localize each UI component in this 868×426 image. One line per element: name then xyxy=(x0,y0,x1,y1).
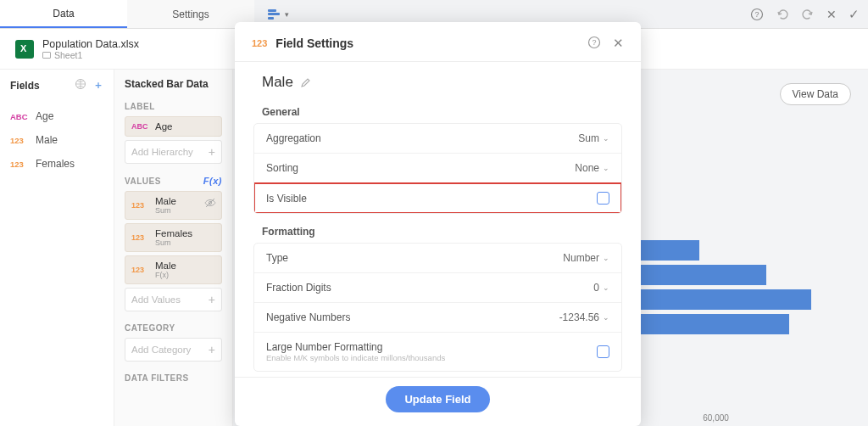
formatting-group-title: Formatting xyxy=(262,226,614,238)
chevron-down-icon: ⌄ xyxy=(603,134,609,143)
config-title: Stacked Bar Data xyxy=(125,78,222,90)
fx-button[interactable]: F(x) xyxy=(203,176,222,186)
field-item-females[interactable]: 123 Females xyxy=(10,152,103,176)
add-values-button[interactable]: Add Values+ xyxy=(125,288,222,311)
prop-label: Is Visible xyxy=(266,193,307,205)
chevron-down-icon: ⌄ xyxy=(603,283,609,292)
svg-text:?: ? xyxy=(754,10,759,19)
text-type-icon: ABC xyxy=(131,122,150,131)
plus-icon: + xyxy=(209,293,215,306)
add-field-icon[interactable]: ＋ xyxy=(93,78,103,92)
number-type-icon: 123 xyxy=(131,201,150,210)
chevron-down-icon: ▾ xyxy=(285,10,289,19)
is-visible-checkbox[interactable] xyxy=(597,192,609,205)
help-icon[interactable]: ? xyxy=(587,36,601,51)
field-item-male[interactable]: 123 Male xyxy=(10,128,103,152)
chevron-down-icon: ⌄ xyxy=(603,313,609,322)
chip-sub: Sum xyxy=(155,238,192,247)
values-section-header: VALUES F(x) xyxy=(125,176,222,186)
chip-sub: F(x) xyxy=(155,271,176,279)
prop-sublabel: Enable M/K symbols to indicate millons/t… xyxy=(266,353,445,362)
chip-label: Age xyxy=(155,121,172,132)
chevron-down-icon: ⌄ xyxy=(603,254,609,262)
field-label: Male xyxy=(36,134,58,146)
label-chip-age[interactable]: ABC Age xyxy=(125,116,222,137)
chip-label: Females xyxy=(155,228,192,238)
large-number-checkbox[interactable] xyxy=(597,345,609,358)
category-section-header: CATEGORY xyxy=(125,323,222,333)
view-data-button[interactable]: View Data xyxy=(780,83,851,105)
is-visible-row[interactable]: Is Visible xyxy=(254,183,621,213)
excel-file-icon xyxy=(15,40,34,59)
negative-numbers-row[interactable]: Negative Numbers -1234.56⌄ xyxy=(254,303,621,333)
close-icon[interactable]: ✕ xyxy=(826,8,837,20)
prop-label: Sorting xyxy=(266,162,298,174)
file-name: Population Data.xlsx xyxy=(42,38,139,50)
close-icon[interactable]: ✕ xyxy=(613,36,624,51)
globe-icon[interactable] xyxy=(75,78,86,92)
field-label: Females xyxy=(36,158,75,170)
chevron-down-icon: ⌄ xyxy=(603,164,609,172)
sheet-name: Sheet1 xyxy=(42,50,139,60)
apply-icon[interactable]: ✓ xyxy=(849,8,860,20)
prop-label: Aggregation xyxy=(266,132,321,144)
prop-label: Fraction Digits xyxy=(266,282,331,294)
type-row[interactable]: Type Number⌄ xyxy=(254,244,621,273)
prop-label: Type xyxy=(266,252,288,264)
general-group-title: General xyxy=(262,106,614,118)
value-chip-females-sum[interactable]: 123 Females Sum xyxy=(125,223,222,252)
visibility-off-icon[interactable] xyxy=(204,197,216,209)
text-type-icon: ABC xyxy=(10,112,29,121)
number-type-icon: 123 xyxy=(131,233,150,242)
number-type-icon: 123 xyxy=(10,160,29,169)
field-name: Male xyxy=(262,74,293,91)
number-type-icon: 123 xyxy=(10,136,29,145)
value-chip-male-fx[interactable]: 123 Male F(x) xyxy=(125,255,222,284)
help-icon[interactable]: ? xyxy=(750,8,764,21)
xaxis-tick: 60,000 xyxy=(703,413,834,423)
plus-icon: + xyxy=(209,343,215,356)
chart-type-dropdown[interactable]: ▾ xyxy=(263,6,294,23)
chip-label: Male xyxy=(155,196,176,206)
number-type-icon: 123 xyxy=(131,266,150,274)
data-filters-section-header: DATA FILTERS xyxy=(125,373,222,383)
plus-icon: + xyxy=(209,145,215,159)
aggregation-row[interactable]: Aggregation Sum⌄ xyxy=(254,124,621,154)
fraction-digits-row[interactable]: Fraction Digits 0⌄ xyxy=(254,273,621,303)
edit-name-icon[interactable] xyxy=(300,77,311,88)
number-type-icon: 123 xyxy=(252,38,267,48)
label-section-header: LABEL xyxy=(125,102,222,111)
bar-chart-icon xyxy=(268,9,281,20)
add-hierarchy-button[interactable]: Add Hierarchy+ xyxy=(125,140,222,164)
sorting-row[interactable]: Sorting None⌄ xyxy=(254,154,621,183)
chip-sub: Sum xyxy=(155,206,176,215)
undo-icon[interactable] xyxy=(776,8,789,21)
prop-label: Large Number Formatting xyxy=(266,341,445,353)
update-field-button[interactable]: Update Field xyxy=(386,386,489,412)
prop-label: Negative Numbers xyxy=(266,311,350,323)
large-number-row[interactable]: Large Number Formatting Enable M/K symbo… xyxy=(254,333,621,371)
field-settings-modal: 123 Field Settings ? ✕ Male General Aggr… xyxy=(235,22,641,426)
chip-label: Male xyxy=(155,261,176,271)
svg-text:?: ? xyxy=(592,38,596,47)
field-label: Age xyxy=(36,110,53,122)
add-category-button[interactable]: Add Category+ xyxy=(125,338,222,362)
fields-title: Fields xyxy=(10,80,40,92)
field-item-age[interactable]: ABC Age xyxy=(10,104,103,128)
redo-icon[interactable] xyxy=(801,8,815,21)
modal-title: Field Settings xyxy=(275,36,579,50)
sheet-icon xyxy=(42,52,51,59)
value-chip-male-sum[interactable]: 123 Male Sum xyxy=(125,191,222,220)
tab-data[interactable]: Data xyxy=(0,0,127,28)
